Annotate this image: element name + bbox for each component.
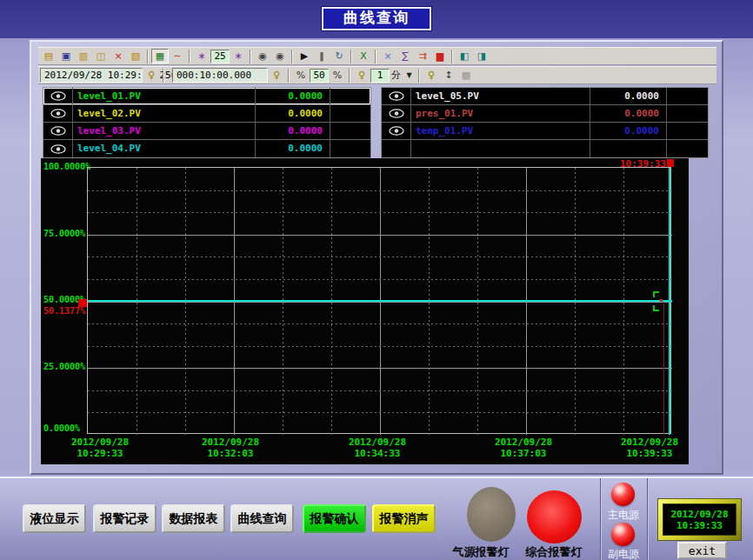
x-tick-date: 2012/09/28 <box>338 437 416 448</box>
scale-down-percent-icon[interactable]: % <box>292 68 310 83</box>
disabled-block-icon: ▩ <box>462 70 470 82</box>
plot-area[interactable] <box>87 167 671 434</box>
x-tick-label: 2012/09/28 10:34:33 <box>338 437 416 459</box>
save-as-icon[interactable]: ◫ <box>92 49 110 63</box>
channel-row[interactable]: level_01.PV 0.0000 <box>43 88 370 105</box>
toolbar-separator <box>288 69 290 83</box>
pause-icon: ‖ <box>319 50 324 63</box>
eye-icon[interactable] <box>43 140 73 157</box>
fit-vertical-icon[interactable]: ↕ <box>440 68 457 83</box>
play-to-end-icon[interactable]: ▶ <box>296 49 313 63</box>
chart-line-icon[interactable]: ∼ <box>169 49 186 63</box>
interval-value-field[interactable]: 1 <box>370 69 390 83</box>
vertical-cursor-line[interactable] <box>669 168 670 435</box>
trend-chart[interactable]: 100.0000% 75.0000% 50.0000% 25.0000% 0.0… <box>41 158 689 464</box>
cursor-dot <box>660 299 663 302</box>
eye-icon[interactable] <box>43 105 73 122</box>
channel-extra-cell <box>667 105 708 122</box>
trend-toolbar-time: 2012/09/28 10:29:33.250 ♀ 000:10:00.000 … <box>38 66 716 84</box>
export-file-icon[interactable]: ▧ <box>127 49 144 63</box>
start-time-field[interactable]: 2012/09/28 10:29:33.250 <box>40 68 143 83</box>
curve-sum-icon[interactable]: ∑ <box>396 49 414 63</box>
zoom-in-percent-icon[interactable]: ∗ <box>230 49 247 63</box>
nav-button-alarm-confirm[interactable]: 报警确认 <box>303 504 366 533</box>
window-split-icon[interactable]: ◧ <box>456 49 473 63</box>
zoom-percent-field[interactable]: 25 <box>210 50 230 63</box>
chart-line-icon: ∼ <box>173 50 181 63</box>
time-zoom-in-icon: ◉ <box>258 50 267 63</box>
tag-icon[interactable]: ▥ <box>75 49 92 63</box>
bar-chart-icon[interactable]: ▆ <box>431 49 449 63</box>
zoom-in-percent-icon: ∗ <box>234 50 242 63</box>
main-power-label: 主电源 <box>603 508 644 523</box>
channel-name: level_03.PV <box>73 123 256 139</box>
export-file-icon: ▧ <box>131 50 140 63</box>
aux-power-label: 副电源 <box>603 547 644 560</box>
eye-icon[interactable] <box>382 88 411 104</box>
general-alarm-lamp <box>527 490 582 543</box>
save-icon[interactable]: ▣ <box>57 49 75 63</box>
interval-bulb-icon[interactable]: ♀ <box>353 68 370 83</box>
cursor-drop-line <box>663 302 664 435</box>
nav-button-alarm-record[interactable]: 报警记录 <box>93 504 157 533</box>
nav-button-curve-query[interactable]: 曲线查询 <box>230 504 294 533</box>
channel-name: level_05.PV <box>411 88 590 104</box>
eye-icon[interactable] <box>382 105 411 122</box>
open-file-icon[interactable]: ▤ <box>40 49 57 63</box>
clock-date: 2012/09/28 <box>670 509 728 520</box>
multi-arrow-icon: ⇉ <box>418 50 426 63</box>
interval-dropdown-arrow-icon[interactable]: ▼ <box>403 68 416 83</box>
time-zoom-out-icon[interactable]: ◉ <box>271 49 289 63</box>
nav-button-alarm-silence[interactable]: 报警消声 <box>372 504 436 533</box>
y-tick-label: 0.0000% <box>43 423 80 433</box>
chart-style-icon[interactable]: ▦ <box>151 49 169 63</box>
excel-export-icon[interactable]: X <box>355 49 372 63</box>
channel-name: level_04.PV <box>73 140 256 157</box>
refresh-window-icon[interactable]: ↻ <box>330 49 348 63</box>
cursor-bulb-icon[interactable]: ♀ <box>423 68 440 83</box>
toolbar-separator <box>418 69 420 83</box>
channel-row[interactable]: level_03.PV 0.0000 <box>43 123 370 140</box>
air-source-alarm-label: 气源报警灯 <box>443 544 518 560</box>
cursor-bracket-bottom <box>653 305 659 311</box>
zoom-out-percent-icon[interactable]: ∗ <box>193 49 210 63</box>
eye-icon[interactable] <box>43 88 73 104</box>
window-split-icon: ◧ <box>460 50 469 63</box>
x-tick-date: 2012/09/28 <box>61 437 139 448</box>
scale-percent-field[interactable]: 50 <box>310 69 329 83</box>
channel-name: level_02.PV <box>73 105 256 122</box>
scale-up-percent-icon[interactable]: % <box>329 68 346 83</box>
apply-start-time-bulb-icon[interactable]: ♀ <box>143 68 160 83</box>
air-source-alarm-lamp <box>467 487 516 542</box>
x-tick-time: 10:34:33 <box>338 448 416 459</box>
disabled-tool-icon: ▩ <box>457 68 475 83</box>
delete-curve-icon[interactable]: × <box>110 49 127 63</box>
window-panel-icon[interactable]: ◨ <box>473 49 490 63</box>
time-zoom-in-icon[interactable]: ◉ <box>254 49 271 63</box>
channel-table-right: level_05.PV 0.0000 pres_01.PV 0.0000 tem… <box>381 87 709 158</box>
curves-compare-icon[interactable]: × <box>379 49 396 63</box>
nav-button-data-report[interactable]: 数据报表 <box>162 504 225 533</box>
pause-icon[interactable]: ‖ <box>313 49 330 63</box>
channel-row[interactable]: level_04.PV 0.0000 <box>43 140 370 157</box>
channel-row[interactable]: pres_01.PV 0.0000 <box>382 105 708 123</box>
channel-row[interactable]: level_05.PV 0.0000 <box>382 88 708 105</box>
channel-row[interactable]: temp_01.PV 0.0000 <box>382 123 708 140</box>
toolbar-separator <box>451 50 453 63</box>
apply-time-span-bulb-icon[interactable]: ♀ <box>268 68 285 83</box>
bulb-icon: ♀ <box>358 70 365 82</box>
cursor-y-handle[interactable] <box>78 299 87 307</box>
cursor-x-handle[interactable] <box>667 159 674 167</box>
time-span-field[interactable]: 000:10:00.000 <box>172 68 268 83</box>
horizontal-cursor-line[interactable] <box>88 300 672 302</box>
nav-button-level-display[interactable]: 液位显示 <box>23 504 86 533</box>
channel-row[interactable]: level_02.PV 0.0000 <box>43 105 370 123</box>
exit-button[interactable]: exit <box>677 542 727 559</box>
chevron-down-icon: ▼ <box>406 70 411 82</box>
play-to-end-icon: ▶ <box>301 50 308 63</box>
eye-icon[interactable] <box>43 123 73 139</box>
toolbar-separator <box>189 50 190 63</box>
multi-arrow-icon[interactable]: ⇉ <box>414 49 431 63</box>
eye-icon[interactable] <box>382 123 411 139</box>
curve-sum-icon: ∑ <box>402 50 408 63</box>
